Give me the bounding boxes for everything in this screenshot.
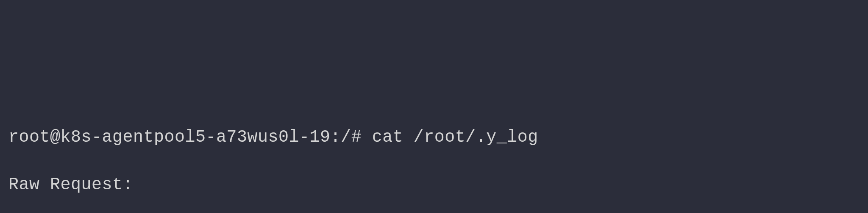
shell-command: cat /root/.y_log [372, 128, 538, 147]
shell-prompt: root@k8s-agentpool5-a73wus0l-19:/# [8, 128, 362, 147]
output-line-1: Raw Request: [8, 173, 860, 197]
prompt-line: root@k8s-agentpool5-a73wus0l-19:/# cat /… [8, 126, 860, 149]
terminal-output: root@k8s-agentpool5-a73wus0l-19:/# cat /… [8, 102, 860, 213]
